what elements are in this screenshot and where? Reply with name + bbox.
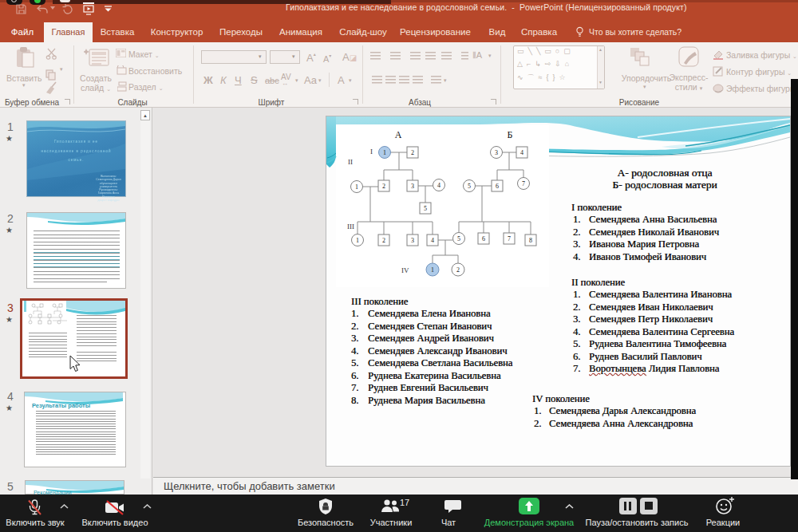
svg-text:IV: IV <box>401 266 409 274</box>
svg-text:I: I <box>370 148 373 156</box>
svg-text:4: 4 <box>437 182 440 189</box>
svg-text:5: 5 <box>468 183 471 190</box>
svg-text:2: 2 <box>456 266 460 274</box>
svg-text:5: 5 <box>424 205 427 212</box>
svg-text:5: 5 <box>457 235 460 242</box>
svg-text:6: 6 <box>482 235 485 242</box>
svg-text:1: 1 <box>356 237 359 244</box>
svg-text:7: 7 <box>508 235 511 242</box>
svg-text:II: II <box>348 158 353 166</box>
svg-text:2: 2 <box>382 237 385 244</box>
svg-text:А: А <box>395 129 402 140</box>
svg-text:4: 4 <box>520 149 523 156</box>
svg-text:1: 1 <box>383 149 386 156</box>
svg-text:III: III <box>347 223 354 231</box>
svg-text:3: 3 <box>495 149 498 156</box>
svg-text:4: 4 <box>431 237 434 244</box>
svg-text:8: 8 <box>529 237 532 244</box>
svg-text:3: 3 <box>411 237 414 244</box>
svg-text:1: 1 <box>431 266 434 274</box>
svg-text:1: 1 <box>355 183 358 191</box>
svg-text:2: 2 <box>382 183 385 190</box>
svg-text:2: 2 <box>411 149 414 156</box>
svg-text:Б: Б <box>508 129 513 140</box>
svg-text:6: 6 <box>496 183 499 190</box>
svg-text:3: 3 <box>411 183 414 190</box>
svg-text:7: 7 <box>522 180 525 187</box>
